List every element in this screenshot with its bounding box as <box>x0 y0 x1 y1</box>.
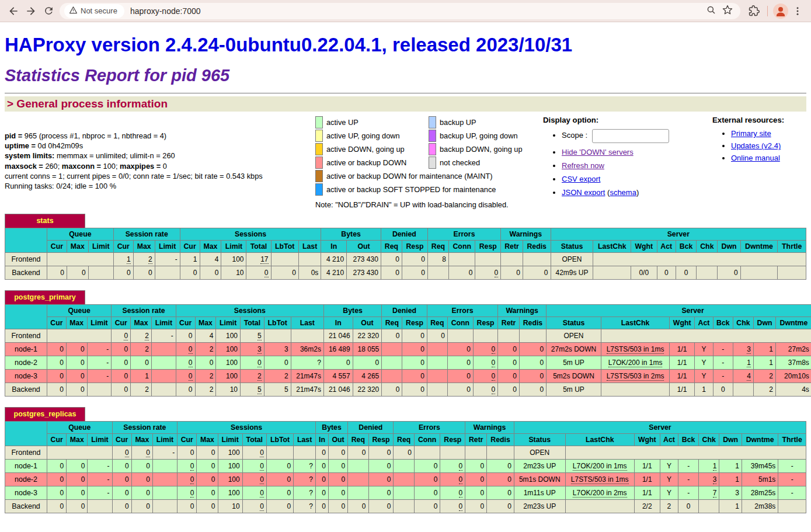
menu-button[interactable] <box>789 2 806 20</box>
table-row-frontend: Frontend00-00100000000OPEN <box>5 446 806 460</box>
column-header-limit: Limit <box>218 434 242 446</box>
table-cell: 0 <box>47 500 67 513</box>
table-row-node-2: node-200-000010000?00000005m UPL7OK/200 … <box>5 356 811 370</box>
cell-value: 0 <box>260 462 264 471</box>
cell-value: 0 <box>189 372 193 381</box>
table-cell: 1 <box>719 500 742 513</box>
zoom-button[interactable] <box>703 3 719 19</box>
table-cell: 100 <box>221 253 246 266</box>
table-row-node-3: node-300-000010000?00000001m11s UPL7OK/2… <box>5 486 806 500</box>
table-cell: 0 <box>447 356 473 370</box>
table-cell: 100 <box>218 486 242 500</box>
column-header-bck: Bck <box>678 434 699 446</box>
text-segment: uptime = <box>5 141 38 150</box>
table-cell: 0 <box>657 266 676 280</box>
column-header-limit: Limit <box>152 434 177 446</box>
table-cell: 5m1s DOWN <box>514 473 565 486</box>
table-cell: 273 430 <box>347 253 381 266</box>
legend-swatch-icon <box>429 143 436 155</box>
table-cell: 0 <box>328 486 347 500</box>
link-online-manual[interactable]: Online manual <box>731 154 780 162</box>
table-cell: 10 <box>216 383 241 397</box>
process-info-line: Running tasks: 0/24; idle = 100 % <box>5 181 315 191</box>
table-cell: 0 <box>676 266 696 280</box>
table-cell: 0 <box>177 460 197 473</box>
group-header-row: QueueSession rateSessionsBytesDeniedErro… <box>5 422 806 434</box>
group-header-row: QueueSession rateSessionsBytesDeniedErro… <box>5 305 811 317</box>
scope-input[interactable] <box>592 129 669 143</box>
column-header-cur: Cur <box>112 317 131 329</box>
link-primary-site[interactable]: Primary site <box>731 129 771 138</box>
table-cell: 0 <box>316 486 329 500</box>
table-cell: 0 <box>328 460 347 473</box>
table-cell: 100 <box>216 329 241 343</box>
column-header-total: Total <box>242 434 266 446</box>
table-cell <box>47 329 112 343</box>
column-header-retr: Retr <box>498 317 520 329</box>
table-cell: 0 <box>241 356 264 370</box>
page-content: HAProxy version 2.4.24-0ubuntu0.22.04.1,… <box>0 34 811 513</box>
table-cell: 1 <box>180 253 200 266</box>
table-cell: 0 <box>368 460 394 473</box>
table-cell: 0 <box>66 356 87 370</box>
table-cell <box>294 446 316 460</box>
external-resource-item: Updates (v2.4) <box>731 141 806 150</box>
proxy-name-postgres_primary: postgres_primary <box>5 290 85 304</box>
page-title[interactable]: HAProxy version 2.4.24-0ubuntu0.22.04.1,… <box>5 34 806 56</box>
table-cell: 0 <box>402 370 427 383</box>
table-cell: 1 <box>719 473 742 486</box>
table-cell <box>601 329 811 343</box>
proxy-section-stats: statsQueueSession rateSessionsBytesDenie… <box>5 214 806 280</box>
back-button[interactable] <box>5 2 22 20</box>
report-subtitle: Statistics Report for pid 965 <box>5 66 806 85</box>
forward-button[interactable] <box>22 2 40 20</box>
reload-button[interactable] <box>40 2 57 20</box>
cell-value: 5 <box>257 332 262 340</box>
column-header-thrtle: Thrtle <box>778 241 806 253</box>
table-cell: 5m2s DOWN <box>547 370 601 383</box>
table-cell: 1 <box>698 460 719 473</box>
table-body: Frontend02-04100521 04622 320000OPENnode… <box>5 329 811 397</box>
extensions-button[interactable] <box>745 2 763 20</box>
table-corner <box>5 422 47 446</box>
column-header-limit: Limit <box>87 317 112 329</box>
table-cell: L7OK/200 in 1ms <box>601 356 669 370</box>
table-cell: 0 <box>465 460 487 473</box>
table-cell <box>427 370 447 383</box>
cell-value: 3 <box>747 345 751 354</box>
link-updates[interactable]: Updates (v2.4) <box>731 141 781 150</box>
cell-value: 0 <box>190 489 194 498</box>
row-name: Backend <box>5 383 47 397</box>
column-header-cur: Cur <box>47 434 67 446</box>
table-cell: 3 <box>719 486 742 500</box>
cell-value: 0 <box>260 489 264 498</box>
security-chip[interactable]: Not secure <box>64 4 124 18</box>
url-bar[interactable]: Not secure haproxy-node:7000 <box>60 3 740 19</box>
table-cell: 0 <box>402 253 428 266</box>
column-header-bck: Bck <box>713 317 733 329</box>
table-cell: L7OK/200 in 1ms <box>565 460 634 473</box>
cell-value: 0 <box>264 269 269 277</box>
profile-avatar[interactable] <box>772 3 789 19</box>
table-cell: 0 <box>414 473 440 486</box>
table-cell: 0 <box>519 370 546 383</box>
link-refresh-now[interactable]: Refresh now <box>562 161 604 170</box>
legend-item: backup DOWN, going up <box>429 143 523 155</box>
link-json-export-schema[interactable]: schema <box>610 188 636 197</box>
legend-swatch-icon <box>315 170 323 182</box>
column-group-server: Server <box>514 422 806 434</box>
table-cell <box>473 329 497 343</box>
column-header-chk: Chk <box>698 434 719 446</box>
table-cell: 0 <box>487 500 514 513</box>
table-cell: 0 <box>266 460 293 473</box>
bookmark-button[interactable] <box>719 3 736 19</box>
table-cell: 0 <box>519 383 546 397</box>
table-cell: 2 <box>131 383 152 397</box>
column-header-thrtle: Thrtle <box>778 434 806 446</box>
link-json-export[interactable]: JSON export <box>562 188 605 197</box>
table-cell: - <box>87 343 112 356</box>
table-cell: 17 <box>246 253 271 266</box>
cell-value: 0 <box>492 359 496 367</box>
link-csv-export[interactable]: CSV export <box>562 175 600 183</box>
link-hide-down-servers[interactable]: Hide 'DOWN' servers <box>562 148 634 157</box>
